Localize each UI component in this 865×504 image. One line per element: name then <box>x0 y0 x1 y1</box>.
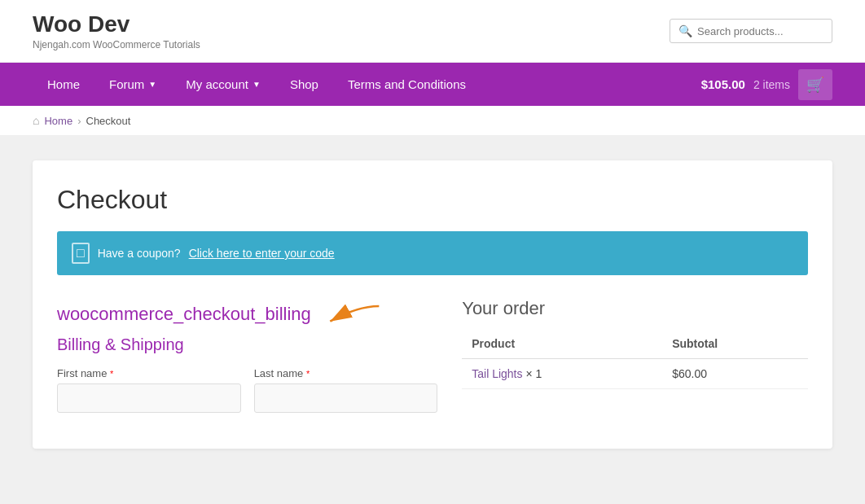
name-form-row: First name * Last name * <box>57 367 437 413</box>
checkout-card: Checkout □ Have a coupon? Click here to … <box>33 160 832 449</box>
first-name-input[interactable] <box>57 383 241 413</box>
nav-item-home[interactable]: Home <box>33 63 94 106</box>
chevron-down-icon: ▼ <box>148 80 156 89</box>
order-title: Your order <box>462 298 808 319</box>
nav-items: Home Forum ▼ My account ▼ Shop Terms and… <box>33 63 481 106</box>
billing-title: Billing & Shipping <box>57 335 437 354</box>
arrow-icon <box>319 298 384 331</box>
site-title: Woo Dev <box>33 11 200 37</box>
first-name-group: First name * <box>57 367 241 413</box>
nav-item-shop[interactable]: Shop <box>275 63 333 106</box>
search-bar[interactable]: 🔍 <box>670 19 832 43</box>
checkout-title: Checkout <box>57 185 808 215</box>
cart-icon[interactable]: 🛒 <box>798 69 832 100</box>
billing-section: woocommerce_checkout_billing Billing & S… <box>57 298 437 424</box>
nav-item-myaccount[interactable]: My account ▼ <box>171 63 275 106</box>
last-name-group: Last name * <box>254 367 438 413</box>
required-marker: * <box>110 369 113 379</box>
first-name-label: First name * <box>57 367 241 379</box>
home-icon: ⌂ <box>33 114 39 127</box>
main-nav: Home Forum ▼ My account ▼ Shop Terms and… <box>0 63 865 106</box>
coupon-link[interactable]: Click here to enter your code <box>189 247 335 260</box>
breadcrumb: ⌂ Home › Checkout <box>0 106 865 136</box>
site-header: Woo Dev Njengah.com WooCommerce Tutorial… <box>0 0 865 63</box>
order-product-cell: Tail Lights × 1 <box>462 359 662 389</box>
breadcrumb-home-link[interactable]: Home <box>44 115 72 127</box>
cart-count: 2 items <box>753 78 790 91</box>
coupon-text: Have a coupon? <box>98 247 181 260</box>
site-tagline: Njengah.com WooCommerce Tutorials <box>33 39 200 50</box>
coupon-banner: □ Have a coupon? Click here to enter you… <box>57 231 808 275</box>
order-row: Tail Lights × 1 $60.00 <box>462 359 808 389</box>
nav-item-terms[interactable]: Terms and Conditions <box>333 63 481 106</box>
chevron-down-icon: ▼ <box>252 80 261 89</box>
breadcrumb-current: Checkout <box>86 115 131 127</box>
required-marker-2: * <box>306 369 310 379</box>
billing-hook: woocommerce_checkout_billing <box>57 298 437 331</box>
search-input[interactable] <box>697 25 823 37</box>
site-branding: Woo Dev Njengah.com WooCommerce Tutorial… <box>33 11 200 50</box>
breadcrumb-separator: › <box>77 115 81 127</box>
search-icon: 🔍 <box>678 24 692 37</box>
order-table: Product Subtotal Tail Lights × 1 <box>462 329 808 389</box>
last-name-label: Last name * <box>254 367 438 379</box>
coupon-icon: □ <box>72 243 90 264</box>
order-qty: × 1 <box>525 367 542 380</box>
main-content: Checkout □ Have a coupon? Click here to … <box>0 136 865 473</box>
cart-amount: $105.00 <box>701 77 745 91</box>
order-section: Your order Product Subtotal Tail Lights <box>462 298 808 424</box>
last-name-input[interactable] <box>254 383 438 413</box>
product-column-header: Product <box>462 329 662 359</box>
nav-item-forum[interactable]: Forum ▼ <box>94 63 171 106</box>
subtotal-column-header: Subtotal <box>662 329 808 359</box>
cart-area: $105.00 2 items 🛒 <box>701 69 832 100</box>
product-link[interactable]: Tail Lights <box>472 367 525 380</box>
checkout-columns: woocommerce_checkout_billing Billing & S… <box>57 298 808 424</box>
order-subtotal-cell: $60.00 <box>662 359 808 389</box>
